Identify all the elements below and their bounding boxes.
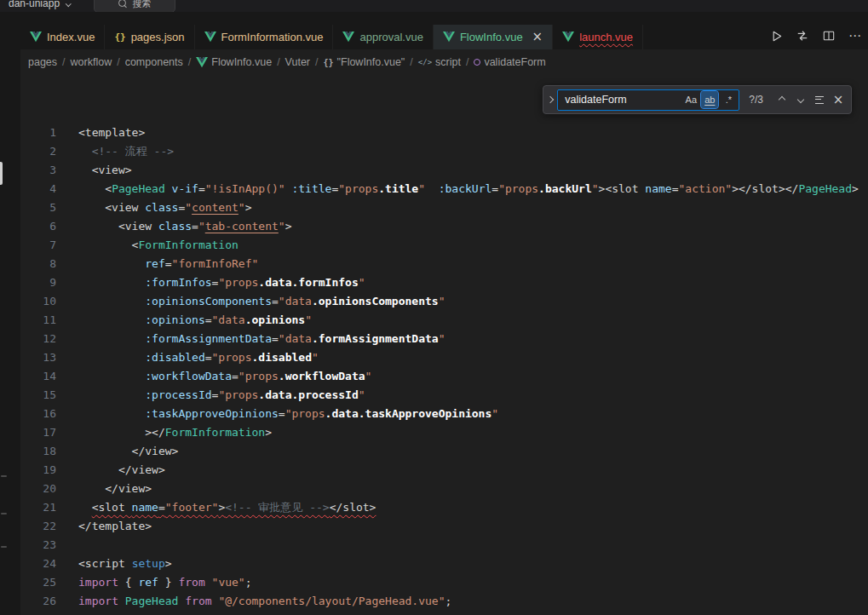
line-content[interactable]: <view class="content"> (78, 198, 252, 217)
code-line[interactable]: 9:formInfos="props.data.formInfos" (20, 273, 868, 292)
more-actions-button[interactable]: ⋯ (848, 28, 863, 43)
line-content[interactable]: :workflowData="props.workflowData" (78, 367, 371, 386)
code-line[interactable]: 22</template> (20, 517, 868, 536)
code-line[interactable]: 21<slot name="footer"><!-- 审批意见 --></slo… (20, 498, 868, 517)
code-line[interactable]: 26import PageHead from "@/components/lay… (20, 592, 868, 611)
breadcrumb-item-workflow[interactable]: workflow (71, 56, 112, 68)
line-number[interactable]: 12 (20, 330, 56, 348)
line-number[interactable]: 7 (20, 236, 56, 255)
breadcrumb-item-validateform[interactable]: validateForm (474, 56, 545, 68)
line-number[interactable]: 18 (20, 442, 56, 461)
code-line[interactable]: 17></FormInformation> (20, 423, 868, 442)
breadcrumb-item-components[interactable]: components (125, 56, 183, 68)
tab-approval-vue[interactable]: approval.vue (333, 25, 433, 49)
code-line[interactable]: 2<!-- 流程 --> (20, 142, 868, 161)
line-number[interactable]: 17 (20, 423, 56, 442)
line-number[interactable]: 13 (20, 348, 56, 367)
line-content[interactable]: <script setup> (78, 555, 172, 573)
line-number[interactable]: 23 (20, 536, 56, 555)
open-changes-button[interactable] (795, 28, 810, 43)
find-in-selection-button[interactable] (810, 90, 829, 109)
tab-launch-vue[interactable]: launch.vue (553, 25, 643, 49)
run-button[interactable] (768, 28, 784, 43)
line-content[interactable]: <FormInformation (78, 236, 239, 255)
tab-index-vue[interactable]: Index.vue (20, 25, 105, 49)
line-number[interactable]: 11 (20, 311, 56, 330)
line-number[interactable]: 24 (20, 555, 56, 573)
tab-pages-json[interactable]: {}pages.json (105, 25, 194, 49)
find-toggle-match-case[interactable]: Aa (682, 91, 699, 108)
code-line[interactable]: 16:taskApproveOpinions="props.data.taskA… (20, 405, 868, 423)
line-number[interactable]: 5 (20, 198, 56, 217)
previous-match-button[interactable] (773, 90, 791, 109)
line-content[interactable]: <view class="tab-content"> (78, 217, 291, 236)
find-input[interactable] (565, 94, 681, 106)
line-number[interactable]: 14 (20, 367, 56, 386)
breadcrumb-item-vuter[interactable]: Vuter (285, 56, 310, 68)
line-number[interactable]: 16 (20, 405, 56, 423)
line-content[interactable]: </view> (78, 442, 178, 461)
line-content[interactable]: import { ref } from "vue"; (78, 573, 252, 592)
line-number[interactable]: 25 (20, 573, 56, 592)
line-number[interactable]: 20 (20, 480, 56, 498)
code-line[interactable]: 24<script setup> (20, 555, 868, 573)
code-area[interactable]: 1<template>2<!-- 流程 -->3<view>4<PageHead… (20, 75, 868, 611)
code-line[interactable]: 3<view> (20, 161, 868, 180)
code-line[interactable]: 1<template> (20, 124, 868, 142)
line-number[interactable]: 15 (20, 386, 56, 405)
line-number[interactable]: 21 (20, 498, 56, 517)
line-content[interactable]: <slot name="footer"><!-- 审批意见 --></slot> (78, 498, 376, 517)
breadcrumb-item--flowinfo-vue-[interactable]: {}"FlowInfo.vue" (324, 56, 405, 68)
code-line[interactable]: 10:opinionsComponents="data.opinionsComp… (20, 292, 868, 311)
line-content[interactable]: ref="formInfoRef" (78, 255, 258, 273)
command-center-search[interactable]: 搜索 (94, 0, 175, 12)
breadcrumb-item-script[interactable]: </>script (418, 56, 461, 68)
breadcrumb-item-pages[interactable]: pages (28, 56, 57, 68)
code-line[interactable]: 4<PageHead v-if="!isInApp()" :title="pro… (20, 180, 868, 198)
line-number[interactable]: 3 (20, 161, 56, 180)
code-line[interactable]: 18</view> (20, 442, 868, 461)
code-line[interactable]: 19</view> (20, 461, 868, 480)
line-content[interactable]: <view> (78, 161, 132, 180)
code-line[interactable]: 13:disabled="props.disabled" (20, 348, 868, 367)
close-find-button[interactable]: × (829, 90, 848, 109)
code-line[interactable]: 25import { ref } from "vue"; (20, 573, 868, 592)
close-tab-icon[interactable]: × (532, 31, 543, 43)
code-line[interactable]: 6<view class="tab-content"> (20, 217, 868, 236)
line-content[interactable]: ></FormInformation> (78, 423, 272, 442)
line-number[interactable]: 19 (20, 461, 56, 480)
line-number[interactable]: 10 (20, 292, 56, 311)
line-number[interactable]: 1 (20, 124, 56, 142)
line-content[interactable]: :opinions="data.opinions" (78, 311, 312, 330)
code-line[interactable]: 14:workflowData="props.workflowData" (20, 367, 868, 386)
tab-forminformation-vue[interactable]: FormInformation.vue (195, 25, 334, 49)
line-content[interactable]: </view> (78, 461, 165, 480)
line-content[interactable]: :opinionsComponents="data.opinionsCompon… (78, 292, 445, 311)
next-match-button[interactable] (791, 90, 810, 109)
line-content[interactable]: </template> (78, 517, 152, 536)
line-content[interactable]: <template> (78, 124, 145, 142)
toggle-replace-button[interactable] (543, 86, 557, 113)
code-line[interactable]: 5<view class="content"> (20, 198, 868, 217)
line-content[interactable]: <PageHead v-if="!isInApp()" :title="prop… (78, 180, 859, 198)
line-content[interactable]: </view> (78, 480, 152, 498)
code-line[interactable]: 12:formAssignmentData="data.formAssignme… (20, 330, 868, 348)
line-number[interactable]: 22 (20, 517, 56, 536)
line-content[interactable]: :formAssignmentData="data.formAssignment… (78, 330, 445, 348)
tab-flowinfo-vue[interactable]: FlowInfo.vue× (434, 25, 553, 49)
line-number[interactable]: 4 (20, 180, 56, 198)
code-line[interactable]: 7<FormInformation (20, 236, 868, 255)
line-number[interactable]: 26 (20, 592, 56, 611)
line-content[interactable]: import PageHead from "@/components/layou… (78, 592, 451, 611)
line-content[interactable]: :formInfos="props.data.formInfos" (78, 273, 365, 292)
line-number[interactable]: 2 (20, 142, 56, 161)
line-content[interactable]: <!-- 流程 --> (78, 142, 174, 161)
split-editor-button[interactable] (821, 28, 836, 43)
line-number[interactable]: 9 (20, 273, 56, 292)
breadcrumb-item-flowinfo-vue[interactable]: FlowInfo.vue (196, 56, 272, 68)
line-content[interactable]: :taskApproveOpinions="props.data.taskApp… (78, 405, 498, 423)
line-content[interactable]: :disabled="props.disabled" (78, 348, 319, 367)
line-content[interactable]: :processId="props.data.processId" (78, 386, 365, 405)
find-toggle-regex[interactable]: .* (720, 91, 737, 108)
line-number[interactable]: 8 (20, 255, 56, 273)
